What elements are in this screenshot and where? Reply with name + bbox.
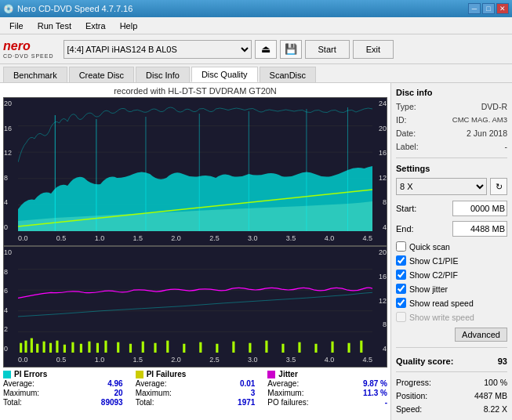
speed-label: Speed:: [396, 404, 422, 414]
show-c2-pif-checkbox[interactable]: [396, 270, 406, 280]
speed-setting-row: 8 X Max 2 X 4 X 12 X 16 X ↻: [396, 178, 507, 195]
end-mb-input[interactable]: [452, 221, 507, 237]
speed-select[interactable]: 8 X Max 2 X 4 X 12 X 16 X: [396, 178, 487, 195]
x-bot-25: 2.5: [209, 356, 220, 364]
menu-file[interactable]: File: [3, 20, 30, 32]
y-bot-left-0: 0: [4, 345, 18, 353]
disc-date-value: 2 Jun 2018: [467, 129, 507, 138]
show-c1-pie-checkbox[interactable]: [396, 255, 406, 266]
disc-label-label: Label:: [396, 142, 419, 151]
x-top-2: 2.0: [171, 234, 181, 242]
disc-id-row: ID: CMC MAG. AM3: [396, 115, 507, 125]
menu-help[interactable]: Help: [114, 20, 144, 32]
svg-rect-27: [80, 344, 82, 353]
tab-scandisc[interactable]: ScanDisc: [260, 67, 316, 82]
disc-type-row: Type: DVD-R: [396, 102, 507, 111]
y-right-4: 4: [372, 223, 387, 231]
svg-rect-47: [360, 341, 362, 353]
jitter-color: [267, 371, 275, 378]
svg-rect-18: [20, 343, 22, 353]
speed-value: 8.22 X: [484, 404, 507, 414]
tab-disc-info[interactable]: Disc Info: [136, 67, 190, 82]
end-mb-row: End:: [396, 221, 507, 237]
disc-info-title: Disc info: [396, 88, 507, 97]
y-bot-left-10: 10: [4, 248, 18, 256]
stats-row: PI Errors Average: 4.96 Maximum: 20 Tota…: [3, 368, 387, 410]
y-left-20: 20: [4, 100, 18, 107]
menu-run-test[interactable]: Run Test: [31, 20, 78, 32]
disc-label-value: -: [505, 142, 508, 151]
pi-failures-avg-label: Average:: [136, 379, 167, 388]
quick-scan-checkbox[interactable]: [396, 241, 406, 252]
pi-failures-avg-value: 0.01: [240, 379, 255, 388]
eject-icon-btn[interactable]: ⏏: [255, 40, 277, 59]
position-row: Position: 4487 MB: [396, 391, 507, 400]
start-button[interactable]: Start: [305, 40, 350, 59]
y-bot-left-6: 6: [4, 287, 18, 295]
disc-date-label: Date:: [396, 129, 416, 138]
disc-type-value: DVD-R: [481, 102, 507, 111]
x-bot-2: 2.0: [171, 356, 181, 364]
x-top-3: 3.0: [248, 234, 258, 242]
menu-bar: File Run Test Extra Help: [0, 17, 512, 34]
pi-errors-max-value: 20: [114, 389, 123, 397]
advanced-button[interactable]: Advanced: [455, 328, 507, 342]
quality-score-row: Quality score: 93: [396, 357, 507, 366]
svg-rect-31: [117, 342, 119, 353]
tab-create-disc[interactable]: Create Disc: [69, 67, 134, 82]
menu-extra[interactable]: Extra: [79, 20, 112, 32]
jitter-max-label: Maximum:: [267, 389, 303, 397]
title-text: Nero CD-DVD Speed 4.7.7.16: [17, 4, 133, 13]
save-icon-btn[interactable]: 💾: [280, 40, 302, 59]
svg-rect-25: [64, 345, 66, 353]
pi-errors-avg-value: 4.96: [107, 379, 122, 388]
y-bot-right-8: 8: [372, 320, 387, 328]
bottom-chart-svg: [18, 248, 372, 353]
y-bot-left-4: 4: [4, 306, 18, 314]
show-jitter-checkbox[interactable]: [396, 284, 406, 294]
x-top-4: 4.0: [325, 234, 335, 242]
progress-row: Progress: 100 %: [396, 378, 507, 387]
close-button[interactable]: ✕: [496, 3, 509, 14]
x-top-0: 0.0: [18, 234, 28, 242]
y-right-16: 16: [372, 149, 387, 157]
show-c2-pif-label: Show C2/PIF: [409, 270, 458, 280]
chart-area: recorded with HL-DT-ST DVDRAM GT20N 20 1…: [0, 83, 390, 420]
x-bot-45: 4.5: [362, 356, 372, 364]
y-left-4: 4: [4, 198, 18, 206]
show-write-speed-label: Show write speed: [409, 313, 474, 322]
jitter-po-label: PO failures:: [267, 398, 308, 407]
start-mb-input[interactable]: [452, 201, 507, 216]
pi-errors-avg-row: Average: 4.96: [3, 379, 123, 388]
exit-button[interactable]: Exit: [353, 40, 394, 59]
toolbar: nero CD·DVD SPEED [4:4] ATAPI iHAS124 B …: [0, 34, 512, 64]
show-jitter-row: Show jitter: [396, 284, 507, 294]
drive-select[interactable]: [4:4] ATAPI iHAS124 B AL0S: [64, 40, 252, 59]
quality-score-label: Quality score:: [396, 357, 453, 366]
svg-rect-30: [104, 341, 107, 353]
stat-pi-failures: PI Failures Average: 0.01 Maximum: 3 Tot…: [136, 370, 256, 407]
y-bot-right-20: 20: [372, 248, 387, 256]
minimize-button[interactable]: ─: [468, 3, 481, 14]
x-bot-0: 0.0: [18, 356, 28, 364]
tab-benchmark[interactable]: Benchmark: [3, 67, 67, 82]
svg-rect-40: [249, 343, 251, 353]
position-label: Position:: [396, 391, 427, 400]
pi-errors-max-row: Maximum: 20: [3, 389, 123, 397]
app-icon: 💿: [3, 4, 14, 14]
main-content: recorded with HL-DT-ST DVDRAM GT20N 20 1…: [0, 83, 512, 420]
y-right-12: 12: [372, 174, 387, 182]
x-top-1: 1.0: [95, 234, 105, 242]
pi-failures-max-label: Maximum:: [136, 389, 172, 397]
refresh-button[interactable]: ↻: [490, 178, 507, 195]
divider-1: [396, 158, 507, 158]
y-right-24: 24: [372, 100, 387, 107]
tab-disc-quality[interactable]: Disc Quality: [191, 67, 258, 82]
pi-failures-total-label: Total:: [136, 398, 154, 407]
logo-area: nero CD·DVD SPEED: [3, 39, 54, 59]
right-panel: Disc info Type: DVD-R ID: CMC MAG. AM3 D…: [390, 83, 512, 420]
show-read-speed-checkbox[interactable]: [396, 298, 406, 308]
maximize-button[interactable]: □: [482, 3, 495, 14]
svg-rect-45: [331, 342, 333, 353]
svg-rect-21: [36, 344, 38, 353]
